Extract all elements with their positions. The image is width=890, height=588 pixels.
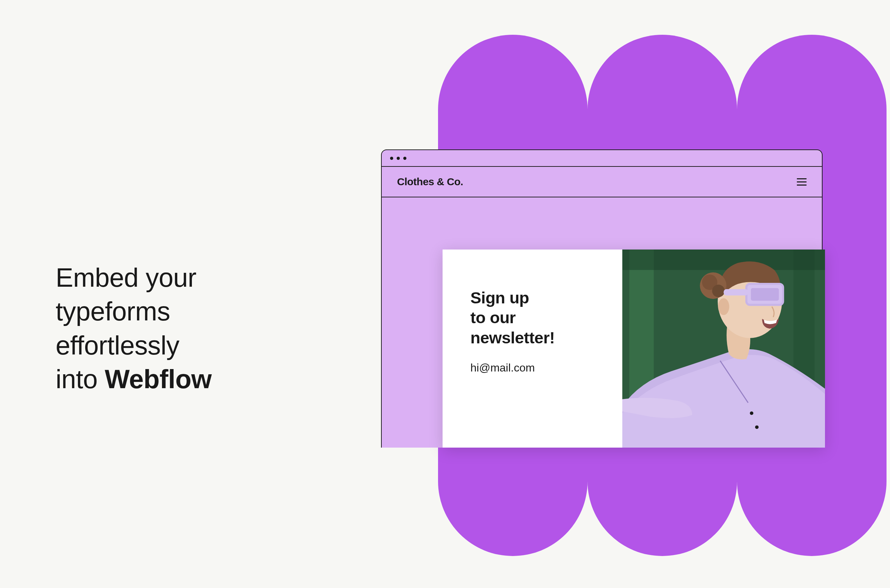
- svg-point-9: [712, 285, 725, 297]
- browser-control-dot: [390, 157, 393, 160]
- hamburger-line: [797, 178, 807, 179]
- hamburger-line: [797, 182, 807, 183]
- svg-point-4: [750, 411, 753, 415]
- browser-body: Clothes & Co. Sign upto ournewsletter! h…: [381, 167, 822, 448]
- newsletter-card: Sign upto ournewsletter! hi@mail.com: [443, 249, 825, 448]
- newsletter-email-input[interactable]: hi@mail.com: [470, 362, 605, 374]
- headline-line-1: Embed your: [56, 261, 212, 294]
- svg-rect-3: [622, 249, 825, 270]
- newsletter-text-panel: Sign upto ournewsletter! hi@mail.com: [443, 249, 622, 448]
- brand-logo-text[interactable]: Clothes & Co.: [397, 176, 463, 188]
- headline-line-4-bold: Webflow: [105, 364, 212, 394]
- hamburger-menu-icon[interactable]: [797, 178, 807, 186]
- headline-line-2: typeforms: [56, 294, 212, 328]
- browser-control-dot: [403, 157, 407, 160]
- newsletter-image: [622, 249, 825, 448]
- hero-headline: Embed your typeforms effortlessly into W…: [56, 261, 212, 396]
- svg-rect-12: [751, 288, 779, 301]
- browser-chrome: [381, 149, 822, 167]
- svg-point-5: [755, 425, 759, 429]
- hamburger-line: [797, 184, 807, 186]
- headline-line-3: effortlessly: [56, 328, 212, 362]
- browser-window-mockup: Clothes & Co. Sign upto ournewsletter! h…: [381, 149, 822, 448]
- person-photo-illustration: [622, 249, 825, 448]
- svg-rect-13: [724, 289, 748, 296]
- headline-line-4-prefix: into: [56, 364, 105, 394]
- svg-point-10: [718, 298, 729, 315]
- headline-line-4: into Webflow: [56, 362, 212, 396]
- newsletter-title: Sign upto ournewsletter!: [470, 288, 605, 348]
- site-content: Sign upto ournewsletter! hi@mail.com: [382, 197, 822, 448]
- browser-control-dot: [397, 157, 400, 160]
- site-header: Clothes & Co.: [382, 167, 822, 197]
